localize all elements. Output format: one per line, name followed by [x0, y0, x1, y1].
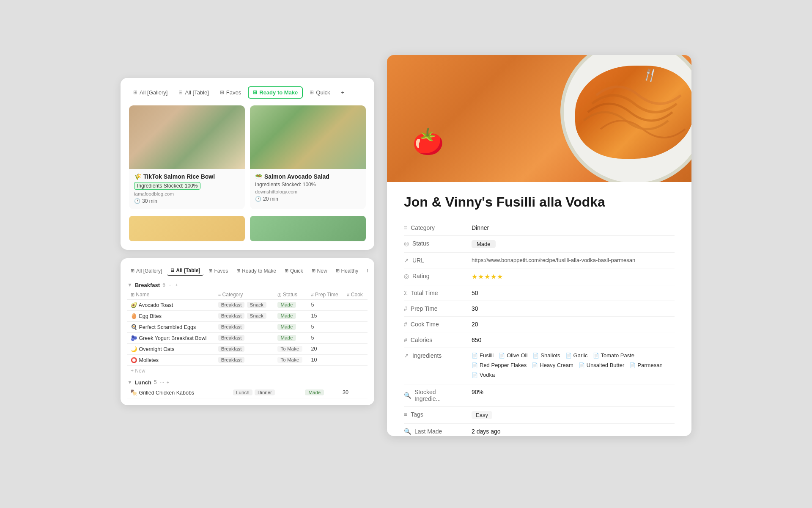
recipe-emoji-1: 🌾	[134, 173, 141, 180]
table-row[interactable]: ⭕ Molletes Breakfast To Make 10	[127, 354, 368, 365]
status-badge: To Make	[277, 357, 302, 363]
partial-card-1	[129, 216, 245, 241]
left-panels: ⊞ All [Gallery] ⊟ All [Table] ⊞ Faves ⊞ …	[121, 78, 374, 405]
category-value: Dinner	[472, 224, 675, 231]
url-value[interactable]: https://www.bonappetit.com/recipe/fusill…	[472, 257, 675, 263]
table-row[interactable]: 🥑 Avocado Toast Breakfast Snack Made 5	[127, 299, 368, 310]
ttab-gallery[interactable]: ⊞ All [Gallery]	[127, 266, 165, 276]
ttab-faves[interactable]: ⊞ Faves	[205, 266, 231, 276]
ttab-new[interactable]: ⊞ New	[308, 266, 331, 276]
ingredient-parmesan[interactable]: Parmesan	[629, 362, 662, 368]
collapse-icon[interactable]: ▼	[127, 282, 132, 288]
recipe-source-2: downshiftology.com	[255, 189, 361, 194]
url-row: ↗ URL https://www.bonappetit.com/recipe/…	[404, 253, 675, 268]
gallery-tab-bar: ⊞ All [Gallery] ⊟ All [Table] ⊞ Faves ⊞ …	[129, 86, 366, 99]
category-row: ≡ Category Dinner	[404, 220, 675, 236]
calories-value: 650	[472, 337, 675, 343]
category-label: ≡ Category	[404, 224, 463, 231]
recipe-card-body-1: 🌾 TikTok Salmon Rice Bowl Ingredients St…	[129, 169, 245, 209]
ingredient-vodka[interactable]: Vodka	[472, 372, 495, 378]
tags-label: ≡ Tags	[404, 411, 463, 418]
tab-ready-to-make[interactable]: ⊞ Ready to Make	[248, 86, 303, 99]
row-emoji: 🍳	[131, 324, 137, 330]
lunch-group-header: ▼ Lunch 5 ··· +	[127, 379, 368, 386]
lunch-options[interactable]: ···	[160, 380, 164, 385]
hash-icon-3: #	[404, 337, 407, 343]
table-row[interactable]: 🥚 Egg Bites Breakfast Snack Made 15	[127, 310, 368, 321]
ingredient-red-pepper[interactable]: Red Pepper Flakes	[472, 362, 527, 368]
col-name: ⊞ Name	[127, 290, 215, 300]
ingredient-garlic[interactable]: Garlic	[565, 352, 588, 359]
stocked-value: 90%	[472, 389, 675, 395]
row-emoji: 🥚	[131, 313, 137, 319]
stocked-badge-1: Ingredients Stocked: 100%	[134, 182, 200, 190]
row-emoji: ⭕	[131, 357, 137, 363]
recipe-card-salmon-rice[interactable]: 🌾 TikTok Salmon Rice Bowl Ingredients St…	[129, 105, 245, 209]
cook-time-label: # Cook Time	[404, 321, 463, 328]
table-row[interactable]: 🍢 Grilled Chicken Kabobs Lunch Dinner Ma…	[127, 387, 368, 398]
tab-all-table[interactable]: ⊟ All [Table]	[174, 87, 213, 98]
recipe-card-avocado[interactable]: 🥗 Salmon Avocado Salad Ingredients Stock…	[250, 105, 366, 209]
total-time-value: 50	[472, 290, 675, 296]
cook-time	[358, 387, 368, 398]
ttab-breakfast[interactable]: ⊞ Breakfa...	[363, 266, 368, 276]
table-row[interactable]: 🫐 Greek Yogurt Breakfast Bowl Breakfast …	[127, 332, 368, 343]
table-row[interactable]: 🌙 Overnight Oats Breakfast To Make 20	[127, 343, 368, 354]
ingredient-tomato-paste[interactable]: Tomato Paste	[593, 352, 635, 359]
cook-time	[343, 343, 368, 354]
table-icon: ⊟	[178, 89, 183, 95]
recipe-emoji-2: 🥗	[255, 173, 262, 180]
tab-quick[interactable]: ⊞ Quick	[305, 87, 334, 98]
cook-time	[343, 354, 368, 365]
calories-label: # Calories	[404, 337, 463, 343]
rating-row: ◎ Rating ★★★★★	[404, 268, 675, 285]
cat-badge-2: Dinner	[255, 389, 275, 395]
status-badge: To Make	[277, 346, 302, 352]
pasta-visual	[575, 66, 691, 159]
prep-time: 5	[307, 321, 343, 332]
ttab-quick[interactable]: ⊞ Quick	[281, 266, 307, 276]
total-time-row: Σ Total Time 50	[404, 285, 675, 301]
col-prep: # Prep Time	[307, 290, 343, 300]
cat-badge: Breakfast	[218, 302, 245, 308]
collapse-lunch-icon[interactable]: ▼	[127, 379, 132, 385]
recipe-source-1: iamafoodblog.com	[134, 191, 240, 196]
prep-time: 5	[307, 332, 343, 343]
tomato-decoration: 🍅	[412, 127, 444, 157]
group-options[interactable]: ···	[169, 282, 173, 287]
new-row-button[interactable]: + New	[127, 366, 368, 376]
cat-badge-2: Snack	[247, 302, 266, 308]
table-row[interactable]: 🍳 Perfect Scrambled Eggs Breakfast Made …	[127, 321, 368, 332]
gallery-card: ⊞ All [Gallery] ⊟ All [Table] ⊞ Faves ⊞ …	[121, 78, 374, 250]
ttab-table[interactable]: ⊟ All [Table]	[167, 266, 203, 276]
lunch-add[interactable]: +	[167, 380, 169, 385]
tab-add[interactable]: +	[337, 87, 349, 98]
recipe-detail-panel: 🍅 🍴 Jon & Vinny's Fusilli alla Vodka ≡ C…	[387, 55, 691, 436]
cat-badge: Breakfast	[218, 346, 245, 352]
clock-search-icon: 🔍	[404, 428, 411, 435]
ingredient-fusilli[interactable]: Fusilli	[472, 352, 494, 359]
ingredient-olive-oil[interactable]: Olive Oil	[499, 352, 527, 359]
ttab-healthy[interactable]: ⊞ Healthy	[332, 266, 362, 276]
recipe-time-2: 🕐 20 min	[255, 196, 361, 202]
ingredient-unsalted-butter[interactable]: Unsalted Butter	[579, 362, 625, 368]
group-add[interactable]: +	[175, 282, 178, 287]
status-icon: ◎	[404, 240, 409, 247]
prep-time: 20	[307, 343, 343, 354]
ttab-ready[interactable]: ⊞ Ready to Make	[233, 266, 280, 276]
ingredient-shallots[interactable]: Shallots	[532, 352, 560, 359]
calories-row: # Calories 650	[404, 332, 675, 348]
stocked-label: 🔍 Stocked Ingredie...	[404, 389, 463, 402]
cook-time-value: 20	[472, 321, 675, 328]
prep-time-value: 30	[472, 305, 675, 312]
gallery-grid: 🌾 TikTok Salmon Rice Bowl Ingredients St…	[129, 105, 366, 209]
cat-badge: Breakfast	[218, 357, 245, 363]
prep-time-row: # Prep Time 30	[404, 301, 675, 317]
row-emoji: 🫐	[131, 335, 137, 341]
tab-all-gallery[interactable]: ⊞ All [Gallery]	[129, 87, 172, 98]
tags-value: Easy	[472, 411, 675, 419]
faves-icon: ⊞	[220, 89, 224, 95]
tab-faves[interactable]: ⊞ Faves	[216, 87, 245, 98]
ingredient-heavy-cream[interactable]: Heavy Cream	[532, 362, 573, 368]
sigma-icon: Σ	[404, 290, 408, 296]
